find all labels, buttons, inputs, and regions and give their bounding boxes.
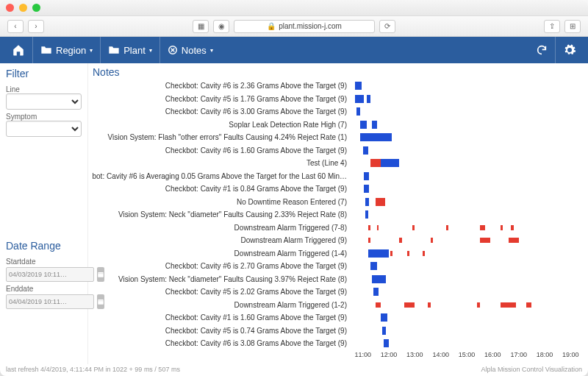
browser-fwd-button[interactable]: › — [28, 20, 44, 33]
chart-row-track — [350, 285, 584, 299]
chart-row-track — [350, 93, 584, 106]
browser-share-button[interactable]: ⇪ — [544, 20, 560, 33]
app-navbar: Region ▾ Plant ▾ Notes ▾ — [0, 37, 588, 63]
chart-row-track — [350, 299, 584, 312]
chart-segment — [381, 313, 387, 322]
browser-reload-button[interactable]: ⟳ — [379, 20, 395, 33]
chart-row-track — [350, 131, 584, 144]
symptom-label: Symptom — [6, 113, 82, 121]
main: Notes Checkbot: Cavity #6 is 2.36 Grams … — [88, 63, 588, 364]
chart-row-label: Downstream Alarm Triggered (9) — [93, 234, 350, 247]
refresh-icon — [536, 44, 548, 56]
gantt-chart: Checkbot: Cavity #6 is 2.36 Grams Above … — [93, 79, 584, 364]
chart-segment — [364, 172, 369, 180]
lock-icon: 🔒 — [267, 22, 276, 30]
axis-tick: 17:00 — [510, 351, 527, 358]
chart-segment — [446, 225, 449, 230]
chart-row-label: Checkbot: Cavity #6 is 3.08 Grams Above … — [93, 337, 350, 350]
chart-row-label: Vision System: Neck "diameter" Faults Ca… — [93, 273, 350, 286]
chart-row-track — [350, 273, 584, 286]
axis-tick: 19:00 — [562, 351, 579, 358]
chart-segment — [370, 262, 377, 270]
chart-segment — [370, 159, 381, 167]
chart-row-track — [350, 182, 584, 196]
chart-row-track — [350, 157, 584, 170]
chart-row-track — [350, 337, 584, 350]
chart-segment — [373, 288, 379, 296]
chart-row-track — [350, 221, 584, 235]
address-text: plant.mission-j.com — [279, 22, 342, 30]
chart-row-track — [350, 247, 584, 260]
mac-titlebar — [0, 0, 588, 16]
chart-segment — [428, 302, 431, 308]
chart-row-label: Checkbot: Cavity #1 is 0.84 Grams Above … — [93, 182, 350, 196]
chevron-down-icon: ▾ — [210, 47, 213, 54]
chart-segment — [376, 302, 381, 308]
chart-segment — [372, 275, 386, 283]
nav-home[interactable] — [4, 37, 32, 63]
chart-segment — [501, 302, 516, 308]
axis-tick: 11:00 — [354, 351, 371, 358]
gear-icon — [563, 43, 576, 57]
browser-panel-icon[interactable]: ▦ — [193, 20, 209, 33]
chart-segment — [382, 327, 386, 335]
chart-segment — [372, 121, 377, 129]
browser-back-button[interactable]: ‹ — [7, 20, 24, 33]
chart-segment — [511, 225, 514, 230]
chart-segment — [368, 238, 371, 243]
browser-toolbar: ‹ › ▦ ◉ 🔒 plant.mission-j.com ⟳ ⇪ ⊞ — [0, 16, 588, 37]
nav-settings[interactable] — [555, 37, 584, 63]
nav-plant[interactable]: Plant ▾ — [100, 37, 159, 63]
chart-row-label: Checkbot: Cavity #6 is 2.36 Grams Above … — [93, 79, 350, 93]
nav-notes[interactable]: Notes ▾ — [159, 37, 220, 63]
chart-segment — [360, 121, 367, 129]
enddate-input[interactable] — [6, 294, 94, 309]
chart-row-label: Checkbot: Cavity #5 is 0.74 Grams Above … — [93, 324, 350, 338]
address-bar[interactable]: 🔒 plant.mission-j.com — [234, 20, 375, 33]
chart-row-label: Soplar Leak Detection Rate High (7) — [93, 118, 350, 132]
symptom-select[interactable] — [6, 121, 82, 137]
chart-row-track — [350, 144, 584, 157]
folder-icon — [40, 45, 52, 55]
chart-segment — [399, 238, 402, 243]
chart-segment — [480, 225, 485, 230]
chevron-down-icon: ▾ — [149, 47, 152, 54]
chart-segment — [356, 107, 360, 116]
chart-row-label: Vision System: Neck "diameter" Faults Ca… — [93, 208, 350, 221]
chart-segment — [431, 238, 434, 243]
browser-shield-icon[interactable]: ◉ — [213, 20, 229, 33]
notes-heading: Notes — [93, 66, 584, 78]
chart-segment — [355, 95, 364, 103]
nav-region-label: Region — [56, 45, 86, 56]
chart-row-label: Test (Line 4) — [93, 157, 350, 170]
chart-row-track — [350, 196, 584, 209]
mac-min-icon[interactable] — [19, 4, 27, 12]
nav-refresh[interactable] — [528, 37, 555, 63]
folder-icon — [108, 45, 120, 55]
startdate-label: Startdate — [6, 258, 82, 266]
nav-region[interactable]: Region ▾ — [32, 37, 100, 63]
chart-row-track — [350, 260, 584, 273]
home-icon — [12, 43, 25, 57]
chart-row-track — [350, 324, 584, 338]
mac-max-icon[interactable] — [32, 4, 40, 12]
browser-tabs-button[interactable]: ⊞ — [564, 20, 581, 33]
chart-row-label: Checkbot: Cavity #6 is 1.60 Grams Above … — [93, 144, 350, 157]
mac-close-icon[interactable] — [6, 4, 14, 12]
chart-row-label: Downstream Alarm Triggered (1-4) — [93, 247, 350, 260]
chart-segment — [404, 302, 415, 308]
axis-tick: 12:00 — [381, 351, 398, 358]
chart-segment — [381, 159, 399, 167]
chart-segment — [501, 225, 503, 230]
axis-tick: 14:00 — [432, 351, 449, 358]
chart-segment — [384, 339, 389, 347]
footer-refresh-text: last refresh 4/4/2019, 4:11:44 PM in 102… — [6, 366, 180, 373]
startdate-input[interactable] — [6, 267, 94, 282]
chart-row-label: No Downtime Reason Entered (7) — [93, 196, 350, 209]
chart-row-label: Downstream Alarm Triggered (7-8) — [93, 221, 350, 235]
line-label: Line — [6, 85, 82, 93]
chart-segment — [360, 133, 391, 141]
chart-segment — [364, 185, 369, 193]
line-select[interactable] — [6, 93, 82, 110]
chart-segment — [407, 251, 410, 256]
